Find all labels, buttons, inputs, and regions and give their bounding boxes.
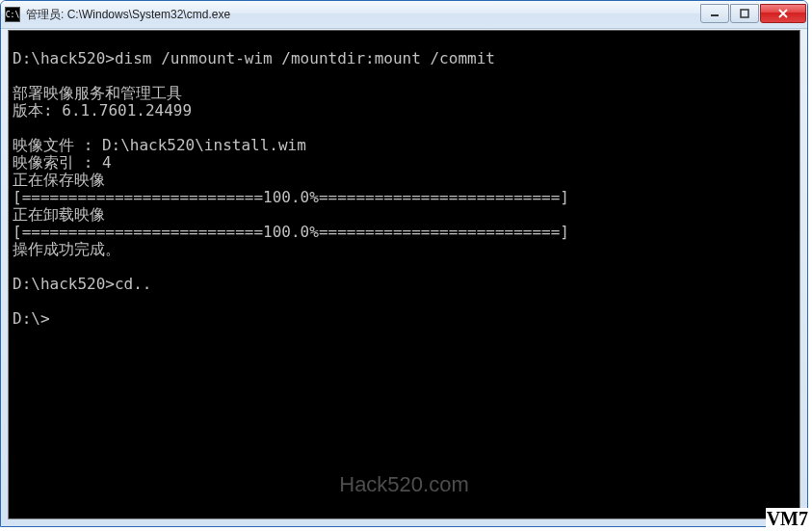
svg-rect-1 — [741, 10, 748, 17]
maximize-button[interactable] — [730, 4, 759, 23]
watermark-text: Hack520.com — [339, 472, 469, 497]
terminal-output: D:\hack520>dism /unmount-wim /mountdir:m… — [13, 33, 796, 328]
minimize-button[interactable] — [700, 4, 729, 23]
vm-label: VM7 — [766, 508, 809, 530]
minimize-icon — [710, 9, 720, 18]
close-icon — [777, 9, 789, 18]
titlebar[interactable]: C:\ 管理员: C:\Windows\System32\cmd.exe — [1, 1, 807, 29]
cmd-icon: C:\ — [5, 7, 20, 22]
terminal-viewport[interactable]: D:\hack520>dism /unmount-wim /mountdir:m… — [8, 30, 800, 519]
window-title: 管理员: C:\Windows\System32\cmd.exe — [26, 7, 699, 23]
window-controls — [699, 4, 806, 23]
svg-rect-0 — [711, 14, 719, 16]
close-button[interactable] — [760, 4, 806, 23]
cmd-window: C:\ 管理员: C:\Windows\System32\cmd.exe D:\… — [0, 0, 808, 527]
maximize-icon — [740, 9, 749, 18]
